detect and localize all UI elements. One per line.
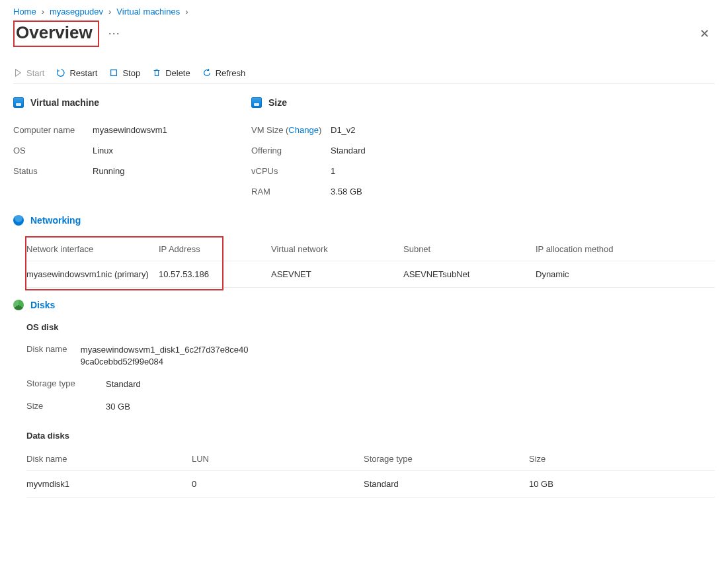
chevron-right-icon: › — [42, 7, 44, 17]
delete-button[interactable]: Delete — [152, 68, 190, 78]
networking-table: Network interface IP Address Virtual net… — [26, 238, 715, 288]
os-disk-size-row: Size 30 GB — [13, 396, 251, 418]
col-subnet: Subnet — [403, 238, 536, 261]
restart-icon — [56, 68, 65, 77]
os-disk-name-value: myasewindowsvm1_disk1_6c2f7d37e8ce409ca0… — [81, 344, 251, 368]
status-row: Status Running — [13, 161, 251, 181]
col-ip: IP Address — [159, 238, 271, 261]
col-nic: Network interface — [26, 238, 159, 261]
data-disk-size: 10 GB — [529, 470, 715, 497]
close-button[interactable]: ✕ — [694, 24, 715, 44]
col-disk-name: Disk name — [26, 447, 192, 471]
status-value: Running — [93, 166, 124, 176]
os-disk-heading: OS disk — [26, 322, 715, 332]
more-actions-button[interactable]: ··· — [108, 26, 120, 40]
disks-heading[interactable]: Disks — [13, 300, 715, 310]
breadcrumb-vms[interactable]: Virtual machines — [116, 7, 180, 17]
ram-value: 3.58 GB — [331, 187, 362, 196]
refresh-button[interactable]: Refresh — [202, 68, 246, 78]
page-title: Overview — [13, 21, 99, 47]
vm-icon — [13, 97, 24, 108]
data-disks-heading: Data disks — [26, 431, 715, 441]
os-value: Linux — [93, 146, 113, 155]
col-alloc: IP allocation method — [536, 238, 715, 261]
vcpus-row: vCPUs 1 — [251, 161, 715, 181]
nic-value: myasewindowsvm1nic (primary) — [26, 261, 159, 287]
svg-rect-0 — [111, 70, 117, 76]
data-disk-storage: Standard — [364, 470, 529, 497]
breadcrumb-home[interactable]: Home — [13, 7, 36, 17]
size-section-heading: Size — [251, 97, 715, 108]
data-disks-table: Disk name LUN Storage type Size myvmdisk… — [26, 447, 715, 498]
vm-section-heading: Virtual machine — [13, 97, 251, 108]
alloc-value: Dynamic — [536, 261, 715, 287]
chevron-right-icon: › — [185, 7, 188, 17]
os-disk-name-row: Disk name myasewindowsvm1_disk1_6c2f7d37… — [13, 339, 251, 373]
col-size: Size — [529, 447, 715, 471]
delete-icon — [152, 68, 161, 77]
ip-value: 10.57.53.186 — [159, 261, 271, 287]
os-row: OS Linux — [13, 140, 251, 161]
data-disk-name: myvmdisk1 — [26, 470, 192, 497]
refresh-icon — [202, 68, 212, 77]
play-icon — [13, 68, 22, 77]
start-button: Start — [13, 68, 44, 78]
os-disk-storage-value: Standard — [106, 378, 141, 390]
ram-row: RAM 3.58 GB — [251, 181, 715, 202]
offering-value: Standard — [331, 146, 366, 155]
table-row[interactable]: myasewindowsvm1nic (primary) 10.57.53.18… — [26, 261, 715, 287]
stop-button[interactable]: Stop — [109, 68, 140, 78]
os-disk-size-value: 30 GB — [106, 401, 130, 413]
col-storage-type: Storage type — [364, 447, 529, 471]
subnet-value: ASEVNETsubNet — [403, 261, 536, 287]
vcpus-value: 1 — [331, 166, 335, 176]
vm-size-value: D1_v2 — [331, 125, 356, 135]
size-icon — [251, 97, 262, 108]
command-bar: Start Restart Stop Delete Refresh — [13, 63, 715, 84]
col-lun: LUN — [192, 447, 364, 471]
disks-icon — [13, 300, 24, 310]
table-row[interactable]: myvmdisk1 0 Standard 10 GB — [26, 470, 715, 497]
networking-icon — [13, 215, 24, 226]
data-disk-lun: 0 — [192, 470, 364, 497]
breadcrumb-resource[interactable]: myasegpudev — [50, 7, 103, 17]
os-disk-storage-row: Storage type Standard — [13, 373, 251, 396]
chevron-right-icon: › — [108, 7, 111, 17]
vnet-value: ASEVNET — [271, 261, 403, 287]
restart-button[interactable]: Restart — [56, 68, 97, 78]
stop-icon — [109, 68, 118, 77]
change-size-link[interactable]: Change — [288, 125, 319, 135]
computer-name-row: Computer name myasewindowsvm1 — [13, 120, 251, 140]
breadcrumb: Home › myasegpudev › Virtual machines › — [13, 5, 715, 21]
offering-row: Offering Standard — [251, 140, 715, 161]
networking-heading[interactable]: Networking — [13, 215, 715, 226]
computer-name-value: myasewindowsvm1 — [93, 125, 167, 135]
vm-size-row: VM Size (Change) D1_v2 — [251, 120, 715, 140]
col-vnet: Virtual network — [271, 238, 403, 261]
